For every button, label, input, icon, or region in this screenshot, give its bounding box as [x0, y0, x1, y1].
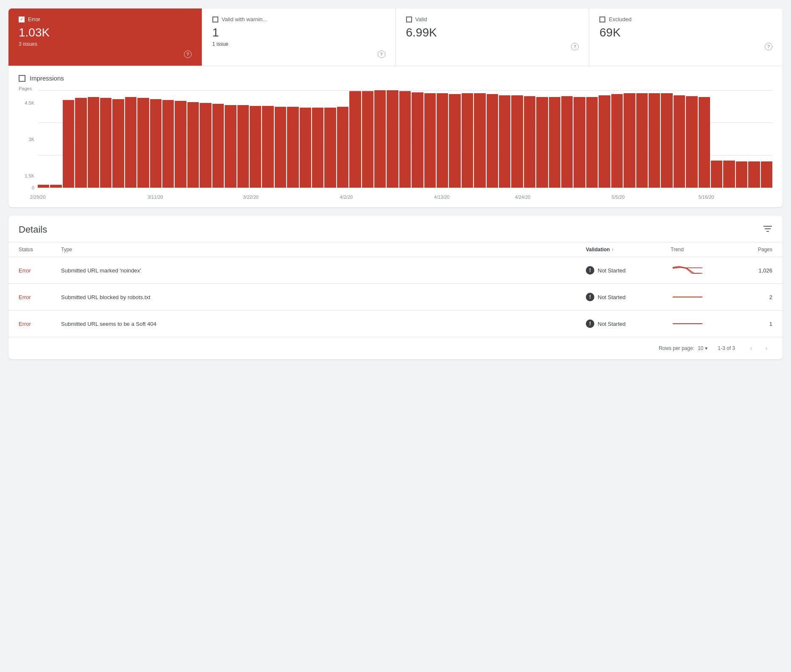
bar-34: [462, 93, 473, 188]
x-label-4: 4/13/20: [434, 194, 450, 200]
row1-validation: ! Not Started: [586, 266, 671, 275]
bar-12: [187, 102, 199, 188]
row3-pages: 1: [738, 321, 772, 327]
bar-14: [212, 104, 224, 188]
bar-47: [624, 93, 635, 188]
y-tick-1: 3K: [29, 137, 34, 142]
valid-warning-help-icon[interactable]: ?: [378, 50, 385, 58]
bar-49: [649, 93, 660, 188]
tab-excluded[interactable]: Excluded 69K ?: [589, 8, 783, 66]
bar-22: [312, 108, 323, 188]
details-header: Details: [8, 216, 783, 242]
x-label-2: 3/22/20: [243, 194, 259, 200]
details-card: Details Status Type Validation ↑ Trend P…: [8, 216, 783, 359]
row1-pages: 1,026: [738, 267, 772, 274]
row3-status: Error: [19, 321, 61, 327]
excluded-checkbox-icon: [599, 17, 605, 22]
bar-24: [337, 107, 348, 188]
status-tabs-container: Error 1.03K 3 issues ? Valid with warnin…: [8, 8, 783, 66]
th-trend: Trend: [671, 247, 738, 253]
bar-50: [661, 93, 672, 188]
table-row: Error Submitted URL marked 'noindex' ! N…: [8, 257, 783, 284]
row2-validation: ! Not Started: [586, 293, 671, 301]
tab-valid-warning[interactable]: Valid with warnin... 1 1 issue ?: [202, 8, 396, 66]
valid-help-icon[interactable]: ?: [571, 43, 579, 50]
tab-error-issues: 3 issues: [19, 41, 192, 47]
tab-valid[interactable]: Valid 6.99K ?: [396, 8, 590, 66]
tab-error[interactable]: Error 1.03K 3 issues ?: [8, 8, 202, 66]
tab-error-label: Error: [28, 16, 40, 22]
rows-per-page-value: 10: [698, 345, 703, 351]
x-label-1: 3/11/20: [148, 194, 163, 200]
bar-56: [736, 161, 747, 188]
bar-1: [50, 185, 61, 188]
sort-arrow-icon[interactable]: ↑: [612, 247, 614, 252]
error-checkbox-icon: [19, 17, 25, 22]
bar-39: [524, 96, 535, 188]
bar-33: [449, 94, 460, 188]
error-help-icon[interactable]: ?: [184, 50, 192, 58]
bar-25: [349, 91, 361, 188]
bar-10: [162, 100, 174, 188]
rows-per-page: Rows per page: 10 ▾: [659, 345, 707, 351]
th-validation: Validation ↑: [586, 247, 671, 253]
bar-42: [561, 96, 573, 188]
table-row: Error Submitted URL blocked by robots.tx…: [8, 284, 783, 311]
bar-48: [636, 93, 648, 188]
bar-41: [549, 97, 560, 188]
y-axis-label: Pages: [19, 86, 32, 91]
y-tick-0: 4.5K: [25, 100, 34, 106]
bar-3: [75, 98, 86, 188]
x-label-5: 4/24/20: [515, 194, 530, 200]
bar-7: [125, 97, 136, 188]
bar-21: [300, 108, 311, 188]
chart-section: Impressions Pages 4.5K 3K 1.5K 0: [8, 66, 783, 207]
filter-icon[interactable]: [763, 225, 772, 235]
bar-40: [536, 97, 548, 188]
rows-select[interactable]: 10 ▾: [698, 345, 707, 351]
x-axis-labels: 2/29/20 3/11/20 3/22/20 4/2/20 4/13/20 4…: [38, 188, 772, 200]
excluded-help-icon[interactable]: ?: [765, 43, 772, 50]
valid-checkbox-icon: [406, 17, 412, 22]
prev-page-button[interactable]: ‹: [745, 342, 757, 354]
row2-status: Error: [19, 294, 61, 300]
bar-43: [574, 97, 585, 188]
next-page-button[interactable]: ›: [760, 342, 772, 354]
th-type: Type: [61, 247, 586, 253]
bar-4: [88, 97, 99, 188]
bar-57: [748, 161, 760, 188]
page-range: 1-3 of 3: [718, 345, 735, 351]
chart-area: Pages 4.5K 3K 1.5K 0: [19, 90, 772, 200]
page-navigation: ‹ ›: [745, 342, 772, 354]
th-validation-with-arrow: Validation ↑: [586, 247, 671, 253]
row1-validation-text: Not Started: [598, 267, 626, 274]
row1-type: Submitted URL marked 'noindex': [61, 267, 586, 274]
bar-31: [424, 93, 436, 188]
row3-validation: ! Not Started: [586, 319, 671, 328]
tab-error-count: 1.03K: [19, 26, 192, 39]
row3-validation-text: Not Started: [598, 321, 626, 327]
impressions-checkbox[interactable]: [19, 75, 25, 82]
row1-trend: [671, 264, 738, 277]
bar-29: [399, 91, 411, 188]
details-title: Details: [19, 224, 47, 235]
bar-17: [250, 106, 261, 188]
table-header: Status Type Validation ↑ Trend Pages: [8, 242, 783, 257]
row2-type: Submitted URL blocked by robots.txt: [61, 294, 586, 300]
row2-trend: [671, 291, 738, 303]
bar-54: [711, 161, 722, 188]
chart-container: 4.5K 3K 1.5K 0 2/29/20 3/11/20 3/22/20 4…: [38, 90, 772, 200]
bar-35: [474, 93, 485, 188]
rows-per-page-label: Rows per page:: [659, 345, 694, 351]
bar-15: [225, 105, 236, 188]
row2-validation-text: Not Started: [598, 294, 626, 300]
chart-bars: [38, 90, 772, 188]
bar-32: [437, 93, 448, 188]
tab-error-footer: ?: [19, 50, 192, 58]
bar-53: [699, 97, 710, 188]
bar-18: [262, 106, 273, 188]
row3-trend: [671, 317, 738, 330]
bar-52: [686, 96, 697, 188]
tab-excluded-header: Excluded: [599, 16, 772, 22]
bar-8: [137, 98, 149, 188]
